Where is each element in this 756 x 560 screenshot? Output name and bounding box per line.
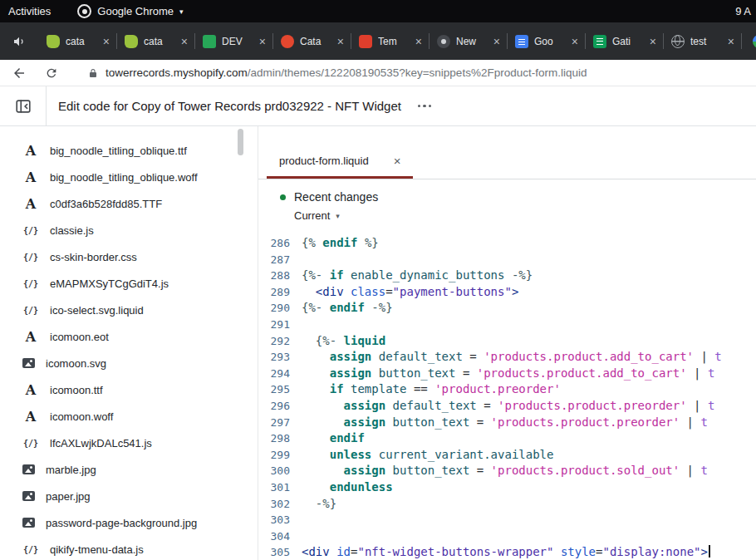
sidebar-scrollbar[interactable] [238,129,243,155]
file-name: icomoon.eot [50,331,109,343]
file-type-icon [22,409,39,425]
browser-tab[interactable]: cata × [116,22,194,60]
chevron-down-icon: ▾ [336,212,340,220]
tab-close-icon[interactable]: × [181,36,188,47]
line-content [302,252,756,268]
browser-tab[interactable]: cata × [38,22,116,60]
reload-button[interactable] [45,66,58,80]
line-number: 293 [258,349,302,366]
text-cursor [709,545,710,558]
activities-button[interactable]: Activities [8,5,51,17]
file-type-icon [22,226,39,235]
url-path: /admin/themes/122208190535?key=snippets%… [248,66,587,79]
back-button[interactable] [12,66,27,81]
clock: 9 A [735,5,751,17]
file-type-icon [22,306,39,315]
browser-tabs: cata × cata × DEV × Cata × Tem × New × G… [38,22,741,60]
file-type-icon [22,253,39,262]
asset-file-item[interactable]: cs-skin-border.css [0,243,258,270]
line-number: 299 [258,447,302,464]
editor-main: product-form.liquid × Recent changes Cur… [258,126,756,560]
line-content: {%- endif -%} [302,300,756,317]
version-label: Current [294,209,330,222]
file-name: eMAPMXSyTCgGdiT4.js [50,278,169,290]
tab-close-icon[interactable]: × [103,36,110,47]
asset-file-item[interactable]: c0df3a6b528fdd85.TTF [0,190,258,217]
code-line: 295 if template == 'product.preorder' [258,381,756,398]
asset-file-item[interactable]: icomoon.woff [0,403,258,430]
asset-file-item[interactable]: icomoon.eot [0,323,258,350]
tab-close-icon[interactable]: × [728,36,734,47]
unsaved-indicator-dot [280,194,286,200]
line-content: unless current_variant.available [302,447,756,464]
asset-file-item[interactable]: password-page-background.jpg [0,509,258,536]
tab-title: Cata [300,36,331,47]
tab-favicon [671,35,685,48]
editor-body: big_noodle_titling_oblique.ttf big_noodl… [0,126,756,560]
line-number: 301 [258,479,302,496]
tab-close-icon[interactable]: × [337,36,344,47]
line-content [302,317,756,333]
file-name: ico-select.svg.liquid [50,304,144,317]
tab-close-icon[interactable]: × [493,36,500,47]
line-number: 305 [258,544,302,560]
asset-file-item[interactable]: qikify-tmenu-data.js [0,536,258,560]
browser-tab[interactable]: Cata × [272,22,351,60]
browser-tab-partial[interactable] [741,22,756,60]
browser-tab[interactable]: Gati × [585,22,663,60]
file-name: cs-skin-border.css [50,251,137,263]
browser-tab[interactable]: DEV × [194,22,272,60]
more-actions-button[interactable] [416,100,434,113]
asset-file-item[interactable]: lfcAXLwjkDALc541.js [0,430,258,456]
asset-file-item[interactable]: big_noodle_titling_oblique.ttf [0,137,258,164]
app-menu-button[interactable]: Google Chrome ▾ [77,4,183,18]
google-favicon [753,35,756,48]
code-line: 300 assign button_text = 'products.produ… [258,463,756,479]
file-tab-product-form[interactable]: product-form.liquid × [267,145,413,179]
exit-editor-button[interactable] [0,86,47,125]
browser-tab[interactable]: Tem × [351,22,429,60]
asset-file-item[interactable]: marble.jpg [0,456,258,483]
tab-close-icon[interactable]: × [415,36,422,47]
tab-close-icon[interactable]: × [259,36,266,47]
tab-title: cata [66,36,97,47]
line-number: 291 [258,317,302,333]
file-type-icon [22,329,39,345]
code-line: 294 assign button_text = 'products.produ… [258,366,756,382]
close-tab-icon[interactable]: × [394,155,401,167]
asset-file-item[interactable]: ico-select.svg.liquid [0,297,258,323]
file-name: big_noodle_titling_oblique.ttf [50,145,187,157]
browser-tab[interactable]: New × [429,22,507,60]
code-line: 304 [258,528,756,545]
asset-sidebar: big_noodle_titling_oblique.ttf big_noodl… [0,126,258,560]
line-content: <div id="nft-widget-buttons-wrapper" sty… [302,544,756,560]
file-type-icon [22,382,39,398]
tab-title: Goo [534,36,566,47]
asset-file-item[interactable]: icomoon.svg [0,350,258,376]
file-type-icon [22,169,39,185]
code-line: 291 [258,317,756,333]
code-line: 292 {%- liquid [258,333,756,350]
file-type-icon [22,143,39,159]
asset-file-item[interactable]: paper.jpg [0,483,258,509]
file-name: qikify-tmenu-data.js [50,543,144,556]
browser-tab[interactable]: test × [663,22,741,60]
line-number: 294 [258,366,302,382]
browser-tab[interactable]: Goo × [507,22,585,60]
code-line: 303 [258,512,756,528]
file-type-icon [22,439,39,448]
tab-close-icon[interactable]: × [572,36,578,47]
address-bar[interactable]: towerrecords.myshopify.com/admin/themes/… [88,66,587,79]
tab-title: Gati [612,36,644,47]
version-dropdown[interactable]: Current ▾ [280,209,340,222]
recent-changes-panel: Recent changes Current ▾ [258,179,756,233]
asset-file-item[interactable]: classie.js [0,217,258,243]
tab-close-icon[interactable]: × [650,36,656,47]
tab-favicon [359,35,372,48]
line-content: assign button_text = 'products.product.s… [302,463,756,479]
asset-file-item[interactable]: big_noodle_titling_oblique.woff [0,164,258,190]
asset-file-item[interactable]: eMAPMXSyTCgGdiT4.js [0,270,258,297]
line-number: 292 [258,333,302,350]
asset-file-item[interactable]: icomoon.ttf [0,376,258,403]
code-editor[interactable]: 286 {% endif %} 287 288 {%- if enable_dy… [258,233,756,560]
